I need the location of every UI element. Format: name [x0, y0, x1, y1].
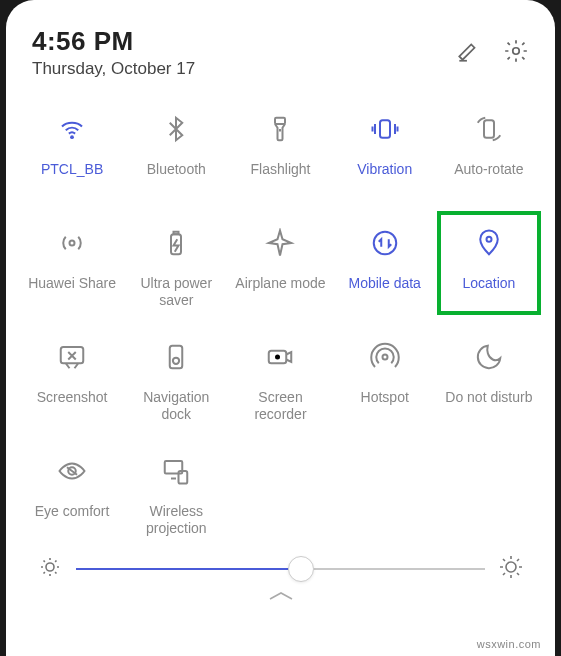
- slider-fill: [76, 568, 301, 570]
- toggle-label: Screen recorder: [250, 389, 310, 423]
- toggle-label: Eye comfort: [31, 503, 114, 520]
- toggle-wifi[interactable]: PTCL_BB: [20, 97, 124, 201]
- autorotate-icon: [474, 107, 504, 151]
- toggle-label: Huawei Share: [24, 275, 120, 292]
- bluetooth-icon: [161, 107, 191, 151]
- toggle-label: Wireless projection: [142, 503, 211, 537]
- svg-rect-4: [484, 120, 494, 138]
- svg-rect-3: [380, 120, 390, 138]
- panel-handle[interactable]: [18, 583, 543, 603]
- toggle-label: Hotspot: [357, 389, 413, 406]
- toggle-bluetooth[interactable]: Bluetooth: [124, 97, 228, 201]
- svg-point-5: [70, 241, 75, 246]
- header: 4:56 PM Thursday, October 17: [18, 0, 543, 91]
- toggle-hotspot[interactable]: Hotspot: [333, 325, 437, 429]
- flashlight-icon: [265, 107, 295, 151]
- toggle-eye-comfort[interactable]: Eye comfort: [20, 439, 124, 543]
- wifi-icon: [57, 107, 87, 151]
- dnd-icon: [474, 335, 504, 379]
- header-actions: [455, 38, 529, 68]
- toggle-vibration[interactable]: Vibration: [333, 97, 437, 201]
- airplane-icon: [265, 221, 295, 265]
- brightness-slider[interactable]: [76, 557, 485, 581]
- svg-point-8: [373, 232, 396, 255]
- time-text: 4:56 PM: [32, 26, 195, 57]
- svg-point-9: [486, 237, 491, 242]
- toggle-nav-dock[interactable]: Navigation dock: [124, 325, 228, 429]
- svg-point-19: [46, 563, 54, 571]
- svg-point-20: [506, 562, 516, 572]
- toggle-label: Navigation dock: [139, 389, 213, 423]
- slider-thumb[interactable]: [288, 556, 314, 582]
- screenshot-icon: [57, 335, 87, 379]
- svg-rect-7: [174, 232, 179, 235]
- vibration-icon: [370, 107, 400, 151]
- svg-point-15: [382, 355, 387, 360]
- toggle-grid: PTCL_BBBluetoothFlashlightVibrationAuto-…: [18, 91, 543, 543]
- svg-point-14: [275, 355, 280, 360]
- toggle-label: Screenshot: [33, 389, 112, 406]
- toggle-label: PTCL_BB: [37, 161, 107, 178]
- clock-block: 4:56 PM Thursday, October 17: [32, 26, 195, 79]
- toggle-airplane[interactable]: Airplane mode: [228, 211, 332, 315]
- svg-rect-1: [275, 118, 285, 124]
- quick-settings-panel: 4:56 PM Thursday, October 17 PTCL_BBBlue…: [6, 0, 555, 656]
- toggle-label: Location: [458, 275, 519, 292]
- toggle-autorotate[interactable]: Auto-rotate: [437, 97, 541, 201]
- navdock-icon: [161, 335, 191, 379]
- mobiledata-icon: [370, 221, 400, 265]
- toggle-label: Do not disturb: [441, 389, 536, 406]
- toggle-mobile-data[interactable]: Mobile data: [333, 211, 437, 315]
- huaweishare-icon: [57, 221, 87, 265]
- toggle-label: Auto-rotate: [450, 161, 527, 178]
- toggle-screen-rec[interactable]: Screen recorder: [228, 325, 332, 429]
- toggle-location[interactable]: Location: [437, 211, 541, 315]
- toggle-screenshot[interactable]: Screenshot: [20, 325, 124, 429]
- toggle-label: Ultra power saver: [136, 275, 216, 309]
- brightness-high-icon: [499, 555, 523, 583]
- toggle-label: Flashlight: [247, 161, 315, 178]
- gear-icon[interactable]: [503, 38, 529, 68]
- toggle-label: Bluetooth: [143, 161, 210, 178]
- hotspot-icon: [370, 335, 400, 379]
- toggle-label: Vibration: [353, 161, 416, 178]
- toggle-huawei-share[interactable]: Huawei Share: [20, 211, 124, 315]
- toggle-flashlight[interactable]: Flashlight: [228, 97, 332, 201]
- edit-icon[interactable]: [455, 38, 481, 68]
- location-icon: [474, 221, 504, 265]
- toggle-wireless-proj[interactable]: Wireless projection: [124, 439, 228, 543]
- toggle-label: Mobile data: [345, 275, 425, 292]
- watermark: wsxwin.com: [477, 638, 541, 650]
- brightness-row: [18, 545, 543, 583]
- eyecomfort-icon: [57, 449, 87, 493]
- svg-point-12: [173, 358, 179, 364]
- toggle-ultra-power[interactable]: Ultra power saver: [124, 211, 228, 315]
- svg-point-0: [513, 48, 520, 55]
- toggle-dnd[interactable]: Do not disturb: [437, 325, 541, 429]
- battery-icon: [161, 221, 191, 265]
- toggle-label: Airplane mode: [231, 275, 329, 292]
- wirelessproj-icon: [161, 449, 191, 493]
- brightness-low-icon: [38, 555, 62, 583]
- screenrec-icon: [265, 335, 295, 379]
- date-text: Thursday, October 17: [32, 59, 195, 79]
